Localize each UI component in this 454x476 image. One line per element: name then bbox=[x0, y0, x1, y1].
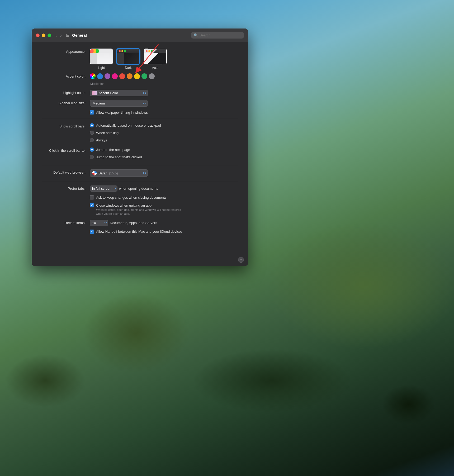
accent-color-content: ✓ Multicolor bbox=[90, 73, 155, 86]
scroll-auto-row: Automatically based on mouse or trackpad bbox=[90, 123, 161, 127]
ask-keep-changes-label: Ask to keep changes when closing documen… bbox=[96, 196, 167, 199]
search-box[interactable]: 🔍 bbox=[191, 32, 244, 39]
prefer-tabs-suffix: when opening documents bbox=[119, 187, 158, 191]
highlight-color-label: Highlight color: bbox=[42, 90, 90, 95]
recent-items-label: Recent items: bbox=[42, 220, 90, 225]
divider-1 bbox=[42, 119, 238, 119]
default-browser-select[interactable]: Safari (15.5) bbox=[90, 169, 148, 177]
close-windows-content: ✓ Close windows when quitting an app Whe… bbox=[90, 203, 181, 216]
wallpaper-tinting-label: Allow wallpaper tinting in windows bbox=[96, 111, 148, 115]
grid-icon[interactable]: ⊞ bbox=[66, 33, 69, 38]
appearance-thumb-auto bbox=[144, 49, 167, 64]
wallpaper-tinting-row: ✓ Allow wallpaper tinting in windows bbox=[42, 110, 238, 115]
accent-pink[interactable] bbox=[112, 73, 118, 79]
appearance-light-label: Light bbox=[98, 66, 105, 70]
close-windows-checkbox[interactable]: ✓ bbox=[90, 203, 94, 207]
safari-icon bbox=[92, 171, 97, 175]
accent-graphite[interactable] bbox=[149, 73, 155, 79]
scroll-when-scrolling-radio[interactable] bbox=[90, 131, 94, 135]
click-next-page-row: Jump to the next page bbox=[90, 147, 142, 152]
sidebar-icon-size-label: Sidebar icon size: bbox=[42, 100, 90, 105]
recent-items-row: Recent items: None 5 10 15 20 30 50 ⬆ bbox=[42, 220, 238, 226]
appearance-row: Appearance: Light bbox=[42, 49, 238, 70]
click-scroll-bar-options: Jump to the next page Jump to the spot t… bbox=[90, 147, 142, 161]
scroll-always-label: Always bbox=[96, 138, 107, 142]
click-spot-row: Jump to the spot that's clicked bbox=[90, 155, 142, 159]
click-next-page-radio[interactable] bbox=[90, 147, 94, 152]
wallpaper-tinting-checkbox[interactable]: ✓ bbox=[90, 110, 94, 115]
accent-purple[interactable] bbox=[105, 73, 110, 79]
allow-handoff-spacer bbox=[42, 230, 90, 231]
accent-blue[interactable] bbox=[97, 73, 103, 79]
recent-items-select[interactable]: None 5 10 15 20 30 50 bbox=[90, 220, 108, 226]
ask-keep-changes-row: Ask to keep changes when closing documen… bbox=[42, 195, 238, 199]
divider-2 bbox=[42, 165, 238, 165]
appearance-dark[interactable]: Dark bbox=[117, 49, 140, 70]
appearance-auto-label: Auto bbox=[152, 66, 159, 70]
accent-yellow[interactable] bbox=[134, 73, 140, 79]
highlight-color-preview bbox=[92, 91, 97, 95]
highlight-color-content: Accent Color ⬆⬇ bbox=[90, 90, 148, 96]
prefer-tabs-content: always in full screen manually ⬆⬇ when o… bbox=[90, 185, 158, 192]
appearance-auto[interactable]: Auto bbox=[144, 49, 167, 70]
accent-green[interactable] bbox=[141, 73, 147, 79]
close-button[interactable] bbox=[36, 34, 40, 37]
accent-color-row: Accent color: ✓ Multicolor bbox=[42, 73, 238, 86]
maximize-button[interactable] bbox=[48, 34, 51, 37]
close-windows-hint: When selected, open documents and window… bbox=[96, 208, 181, 216]
appearance-dark-label: Dark bbox=[125, 66, 131, 70]
default-browser-select-wrapper: Safari (15.5) ⬆⬇ bbox=[90, 169, 148, 177]
show-scroll-bars-options: Automatically based on mouse or trackpad… bbox=[90, 123, 161, 144]
traffic-lights bbox=[36, 34, 51, 37]
highlight-color-select[interactable]: Accent Color bbox=[90, 90, 148, 96]
show-scroll-bars-row: Show scroll bars: Automatically based on… bbox=[42, 123, 238, 144]
ask-keep-changes-checkbox[interactable] bbox=[90, 195, 94, 199]
appearance-thumb-light bbox=[90, 49, 113, 64]
prefer-tabs-select[interactable]: always in full screen manually bbox=[90, 185, 117, 192]
scroll-auto-radio[interactable] bbox=[90, 123, 94, 127]
back-button[interactable]: ‹ bbox=[54, 32, 58, 38]
prefer-tabs-label: Prefer tabs: bbox=[42, 185, 90, 191]
recent-items-suffix: Documents, Apps, and Servers bbox=[110, 221, 157, 225]
close-windows-spacer bbox=[42, 203, 90, 204]
highlight-color-value: Accent Color bbox=[98, 91, 118, 95]
scroll-auto-label: Automatically based on mouse or trackpad bbox=[96, 123, 161, 127]
sidebar-icon-size-select-wrapper: Small Medium Large ⬆⬇ bbox=[90, 100, 148, 107]
close-windows-check-icon: ✓ bbox=[91, 204, 93, 207]
radio-inner-2 bbox=[91, 149, 93, 150]
forward-button[interactable]: › bbox=[59, 32, 63, 38]
prefer-tabs-row: Prefer tabs: always in full screen manua… bbox=[42, 185, 238, 192]
ask-keep-changes-content: Ask to keep changes when closing documen… bbox=[90, 195, 167, 199]
accent-color-options: ✓ bbox=[90, 73, 155, 79]
default-browser-value: Safari bbox=[98, 171, 107, 175]
appearance-thumb-dark bbox=[117, 49, 140, 64]
click-spot-radio[interactable] bbox=[90, 155, 94, 159]
help-button[interactable]: ? bbox=[238, 257, 244, 263]
checkbox-check-icon: ✓ bbox=[91, 111, 93, 114]
accent-sublabel: Multicolor bbox=[90, 82, 104, 86]
bottom-area: ? bbox=[32, 253, 248, 266]
prefer-tabs-select-wrapper: always in full screen manually ⬆⬇ bbox=[90, 185, 117, 192]
scroll-always-radio[interactable] bbox=[90, 138, 94, 142]
prefer-tabs-inline-row: always in full screen manually ⬆⬇ when o… bbox=[90, 185, 158, 192]
accent-red[interactable] bbox=[119, 73, 125, 79]
accent-color-label: Accent color: bbox=[42, 73, 90, 78]
close-windows-label: Close windows when quitting an app bbox=[96, 203, 152, 207]
divider-3 bbox=[42, 181, 238, 181]
allow-handoff-checkbox[interactable]: ✓ bbox=[90, 230, 94, 234]
appearance-options-container: Light bbox=[90, 49, 167, 70]
accent-orange[interactable] bbox=[127, 73, 133, 79]
scroll-always-row: Always bbox=[90, 138, 161, 142]
minimize-button[interactable] bbox=[42, 34, 45, 37]
appearance-light[interactable]: Light bbox=[90, 49, 113, 70]
sidebar-icon-size-content: Small Medium Large ⬆⬇ bbox=[90, 100, 148, 107]
window-title: General bbox=[72, 33, 191, 37]
sidebar-icon-size-select[interactable]: Small Medium Large bbox=[90, 100, 148, 107]
scroll-when-scrolling-row: When scrolling bbox=[90, 131, 161, 135]
accent-multicolor[interactable]: ✓ bbox=[90, 73, 96, 79]
click-scroll-bar-row: Click in the scroll bar to: Jump to the … bbox=[42, 147, 238, 161]
radio-inner bbox=[91, 125, 93, 126]
search-input[interactable] bbox=[200, 33, 241, 37]
search-icon: 🔍 bbox=[194, 33, 198, 37]
accent-sublabel-row: Multicolor bbox=[90, 81, 155, 86]
